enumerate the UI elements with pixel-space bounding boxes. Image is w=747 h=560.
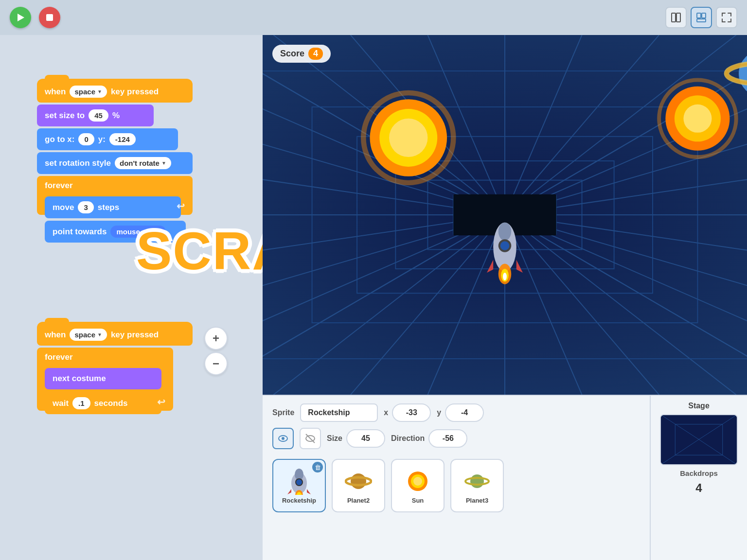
wait-input[interactable]: .1 <box>72 397 90 409</box>
when-key-pressed-block[interactable]: when space ▼ key pressed <box>37 79 193 103</box>
direction-prop-value[interactable]: -56 <box>428 429 467 448</box>
sprite-label: Sprite <box>272 408 294 417</box>
layout-btn-2[interactable] <box>691 7 712 28</box>
backdrops-label: Backdrops <box>680 469 718 477</box>
direction-group: Direction -56 <box>391 429 467 448</box>
stage-right-panel: Stage Backdrops 4 <box>650 396 747 560</box>
bottom-panel: Sprite Rocketship x -33 y -4 <box>263 395 747 560</box>
score-label: Score <box>280 49 304 59</box>
point-towards-block[interactable]: point towards mouse-point <box>45 221 186 243</box>
svg-point-69 <box>498 223 511 241</box>
sprite-thumb-label-sun: Sun <box>412 497 424 504</box>
svg-point-71 <box>500 241 510 250</box>
next-costume-block[interactable]: next costume <box>45 368 161 389</box>
move-steps-block[interactable]: move 3 steps <box>45 196 181 218</box>
score-badge: Score 4 <box>272 45 331 63</box>
top-bar-controls <box>10 7 60 28</box>
hide-sprite-button[interactable] <box>300 428 321 449</box>
svg-rect-4 <box>697 13 701 18</box>
green-flag-button[interactable] <box>10 7 31 28</box>
sprite-thumb-label-rocketship: Rocketship <box>282 497 316 504</box>
svg-point-57 <box>389 119 427 157</box>
sprite-thumb-sun[interactable]: Sun <box>391 459 445 512</box>
set-rotation-block[interactable]: set rotation style don't rotate ▼ <box>37 152 193 174</box>
svg-point-76 <box>503 273 507 280</box>
top-bar-view-controls <box>665 7 737 28</box>
show-sprite-button[interactable] <box>272 428 294 449</box>
point-target-input[interactable]: mouse-point <box>110 226 166 238</box>
svg-point-61 <box>683 105 711 133</box>
block-group-1: when space ▼ key pressed set size to 45 … <box>37 79 193 216</box>
size-input[interactable]: 45 <box>89 109 108 122</box>
key-dropdown-2[interactable]: space ▼ <box>70 329 107 341</box>
svg-point-84 <box>296 479 302 485</box>
x-coord-group: x -33 <box>384 403 431 422</box>
forever-block-2[interactable]: forever next costume wait .1 seconds ↩ <box>37 348 173 411</box>
blocks-panel: when space ▼ key pressed set size to 45 … <box>0 35 263 560</box>
stage-label: Stage <box>688 402 710 410</box>
sprite-name-row: Sprite Rocketship x -33 y -4 <box>272 403 640 422</box>
svg-marker-85 <box>287 489 291 494</box>
forever-block[interactable]: forever move 3 steps point towards mouse… <box>37 176 193 215</box>
goto-y-input[interactable]: -124 <box>109 133 136 145</box>
x-value[interactable]: -33 <box>392 403 431 422</box>
block-group-2: when space ▼ key pressed forever next co… <box>37 322 193 412</box>
zoom-in-button[interactable]: + <box>204 327 228 350</box>
svg-marker-86 <box>307 489 311 494</box>
svg-rect-1 <box>46 14 53 21</box>
svg-rect-5 <box>702 13 706 18</box>
svg-point-93 <box>413 477 422 486</box>
key-pressed-label: key pressed <box>111 87 159 97</box>
sprite-thumb-label-planet3: Planet3 <box>466 497 488 504</box>
sprite-thumb-planet3[interactable]: Planet3 <box>450 459 504 512</box>
visibility-row: Size 45 Direction -56 <box>272 428 640 449</box>
game-canvas: Score 4 <box>263 35 747 395</box>
zoom-controls: + − <box>204 327 228 375</box>
sprite-thumb-label-planet2: Planet2 <box>347 497 370 504</box>
delete-sprite-btn[interactable]: 🗑 <box>312 462 323 472</box>
svg-rect-6 <box>697 19 706 22</box>
size-group: Size 45 <box>327 429 385 448</box>
tunnel-background <box>263 35 747 395</box>
when-key-pressed-block-2[interactable]: when space ▼ key pressed <box>37 322 193 346</box>
goto-xy-block[interactable]: go to x: 0 y: -124 <box>37 128 178 150</box>
svg-rect-2 <box>672 13 676 22</box>
y-coord-group: y -4 <box>437 403 484 422</box>
direction-prop-label: Direction <box>391 434 425 443</box>
stage-thumbnail[interactable] <box>660 414 738 465</box>
rotation-dropdown[interactable]: don't rotate ▼ <box>115 157 171 169</box>
y-label: y <box>437 408 441 417</box>
key-dropdown[interactable]: space ▼ <box>70 86 107 98</box>
stage-area: Score 4 Sprite Rocketship x -33 y <box>263 35 747 560</box>
sprite-info-panel: Sprite Rocketship x -33 y -4 <box>263 396 650 560</box>
x-label: x <box>384 408 388 417</box>
svg-point-94 <box>470 474 484 488</box>
stop-button[interactable] <box>39 7 60 28</box>
sprite-thumb-planet2[interactable]: Planet2 <box>332 459 385 512</box>
zoom-out-button[interactable]: − <box>204 352 228 375</box>
main-layout: when space ▼ key pressed set size to 45 … <box>0 35 747 560</box>
goto-x-input[interactable]: 0 <box>78 133 94 145</box>
sprite-thumb-rocketship[interactable]: 🗑 Rocketship <box>272 459 326 512</box>
size-prop-label: Size <box>327 434 342 443</box>
svg-marker-0 <box>18 14 24 21</box>
svg-rect-3 <box>676 13 680 22</box>
top-bar <box>0 0 747 35</box>
when-label: when <box>45 87 66 97</box>
svg-point-77 <box>282 437 285 440</box>
sprite-thumbnails: 🗑 Rocketship <box>272 455 640 516</box>
score-value: 4 <box>308 48 323 60</box>
layout-btn-1[interactable] <box>665 7 687 28</box>
backdrops-count: 4 <box>695 481 702 495</box>
svg-point-89 <box>351 473 366 489</box>
size-prop-value[interactable]: 45 <box>346 429 385 448</box>
move-steps-input[interactable]: 3 <box>78 201 93 213</box>
y-value[interactable]: -4 <box>445 403 484 422</box>
set-size-block[interactable]: set size to 45 % <box>37 105 154 126</box>
sprite-name-field[interactable]: Rocketship <box>300 403 378 422</box>
fullscreen-button[interactable] <box>716 7 737 28</box>
wait-block[interactable]: wait .1 seconds <box>45 392 161 414</box>
